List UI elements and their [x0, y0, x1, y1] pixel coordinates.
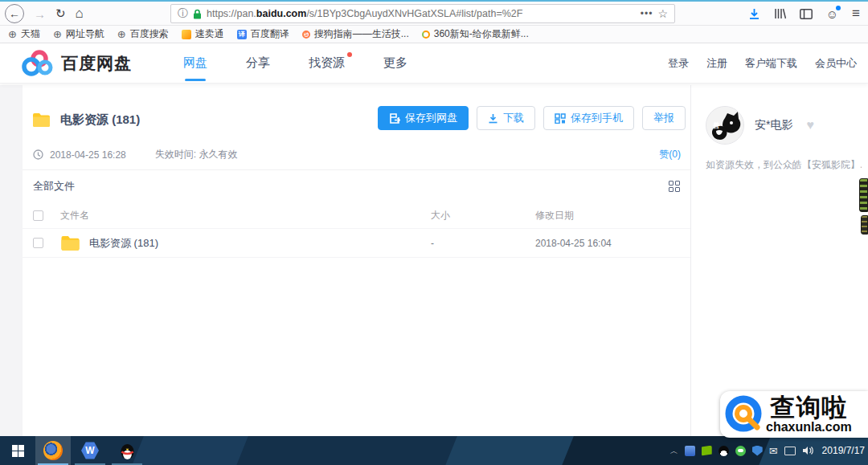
tray-nvidia-icon[interactable] — [702, 446, 712, 456]
share-title-row: 电影资源 (181) — [32, 112, 140, 128]
file-size: - — [431, 238, 535, 249]
page-content: 电影资源 (181) 保存到网盘 — [0, 85, 868, 436]
side-gadget-meter[interactable] — [859, 178, 868, 212]
svg-text:兽: 兽 — [712, 121, 720, 129]
library-icon[interactable] — [774, 8, 786, 19]
share-meta: 2018-04-25 16:28 失效时间: 永久有效 — [33, 148, 237, 161]
tray-shield-icon[interactable] — [752, 446, 763, 456]
url-text[interactable]: https://pan.baidu.com/s/1BYp3CbgAuydXNvH… — [207, 8, 636, 19]
select-all-checkbox[interactable] — [33, 210, 43, 221]
column-size[interactable]: 大小 — [431, 209, 535, 222]
sidebar-toggle-icon[interactable] — [800, 9, 813, 19]
watermark-domain: chaxunla.com — [766, 420, 852, 434]
start-button[interactable] — [0, 436, 35, 465]
translate-icon: 译 — [237, 30, 247, 39]
download-button[interactable]: 下载 — [477, 106, 535, 130]
wps-icon: W — [81, 442, 99, 459]
tray-volume-icon[interactable] — [802, 446, 813, 455]
url-path: /s/1BYp3CbgAuydXNvHGatXSLA#list/path=%2F — [306, 8, 522, 19]
downloads-icon[interactable] — [748, 8, 760, 20]
column-modified[interactable]: 修改日期 — [535, 209, 680, 222]
breadcrumb[interactable]: 全部文件 — [33, 179, 75, 194]
forward-icon[interactable]: → — [34, 7, 46, 21]
share-header: 电影资源 (181) 保存到网盘 — [23, 85, 690, 170]
expire-info: 失效时间: 永久有效 — [155, 148, 238, 161]
taskbar-qq[interactable] — [109, 436, 145, 465]
qq-icon — [118, 441, 137, 461]
pan-logo-icon — [21, 49, 55, 78]
folder-icon — [32, 112, 51, 128]
home-icon[interactable]: ⌂ — [76, 6, 84, 22]
share-card: 电影资源 (181) 保存到网盘 — [23, 85, 691, 436]
report-button[interactable]: 举报 — [642, 106, 686, 130]
baidu-pan-logo[interactable]: 百度网盘 — [21, 49, 132, 78]
bookmark-nav[interactable]: ⊕网址导航 — [53, 27, 104, 41]
tray-driver-icon[interactable] — [685, 446, 695, 456]
menu-icon[interactable]: ≡ — [852, 6, 860, 22]
share-date: 2018-04-25 16:28 — [50, 149, 126, 161]
like-link[interactable]: 赞(0) — [659, 148, 681, 161]
avatar[interactable]: 兽 — [706, 106, 744, 145]
button-label: 保存到手机 — [571, 111, 623, 125]
url-host: baidu.com — [256, 8, 307, 19]
owner-row: 兽 安*电影 ♥ — [706, 106, 862, 145]
bookmark-360[interactable]: 360新知-给你最新鲜... — [422, 27, 529, 41]
vip-center-link[interactable]: 会员中心 — [815, 56, 857, 71]
globe-icon: ⊕ — [8, 29, 17, 39]
url-prefix: https://pan. — [207, 8, 256, 19]
bookmark-sogou[interactable]: S搜狗指南——生活技... — [302, 27, 409, 41]
tray-display-icon[interactable] — [784, 447, 796, 455]
reload-icon[interactable]: ↻ — [55, 6, 66, 21]
nav-tab-more[interactable]: 更多 — [382, 51, 409, 75]
back-icon[interactable]: ← — [5, 4, 24, 23]
save-to-pan-button[interactable]: 保存到网盘 — [378, 106, 469, 130]
taskbar-wps[interactable]: W — [72, 436, 108, 465]
bookmark-label: 网址导航 — [66, 27, 104, 41]
page-info-icon[interactable]: ⓘ — [178, 6, 188, 21]
save-icon — [389, 113, 400, 124]
account-icon[interactable]: ☺ — [826, 7, 838, 21]
bookmark-label: 百度翻译 — [251, 27, 289, 41]
client-download-link[interactable]: 客户端下载 — [745, 56, 797, 71]
nav-tab-share[interactable]: 分享 — [244, 51, 272, 75]
grid-view-icon[interactable] — [669, 181, 680, 192]
new-badge-dot — [347, 52, 352, 57]
taskbar-decor — [440, 436, 580, 465]
bookmark-tmall[interactable]: ⊕天猫 — [8, 27, 40, 41]
account-links: 登录 注册 客户端下载 会员中心 — [668, 56, 857, 71]
url-bar[interactable]: ⓘ https://pan.baidu.com/s/1BYp3CbgAuydXN… — [170, 4, 675, 23]
tray-mail-icon[interactable]: ✉ — [769, 446, 778, 456]
row-checkbox[interactable] — [33, 238, 43, 248]
hidden-icons-chevron[interactable]: ︿ — [670, 446, 678, 457]
chaxunla-logo-icon — [724, 394, 764, 434]
save-to-phone-button[interactable]: 保存到手机 — [543, 106, 634, 130]
taskbar-decor — [127, 436, 251, 465]
login-link[interactable]: 登录 — [668, 56, 689, 71]
tray-qq-icon[interactable] — [719, 446, 729, 456]
clock-icon — [33, 149, 43, 160]
bookmark-aliexpress[interactable]: 速卖通 — [182, 27, 224, 41]
share-actions: 保存到网盘 下载 — [378, 106, 686, 130]
file-name-link[interactable]: 电影资源 (181) — [89, 236, 158, 251]
button-label: 举报 — [653, 111, 674, 125]
bookmark-baidu-search[interactable]: ⊕百度搜索 — [117, 27, 169, 41]
site-header: 百度网盘 网盘 分享 找资源 更多 登录 注册 客户端下载 会员中心 — [0, 43, 868, 84]
file-row[interactable]: 电影资源 (181) - 2018-04-25 16:04 — [23, 229, 690, 258]
bookmark-label: 天猫 — [21, 27, 40, 41]
page-actions-icon[interactable]: ••• — [641, 8, 653, 19]
sogou-icon: S — [302, 31, 310, 39]
bookmark-baidu-translate[interactable]: 译百度翻译 — [237, 27, 289, 41]
taskbar-firefox[interactable] — [35, 436, 71, 465]
column-name[interactable]: 文件名 — [60, 209, 431, 222]
bookmark-label: 速卖通 — [195, 27, 224, 41]
tray-date[interactable]: 2019/7/17 — [822, 445, 865, 456]
bookmark-star-icon[interactable]: ☆ — [657, 7, 668, 20]
share-title: 电影资源 (181) — [60, 112, 140, 128]
system-tray: ︿ ✉ 2019/7/17 — [670, 436, 865, 465]
register-link[interactable]: 注册 — [706, 56, 727, 71]
side-gadget-small[interactable] — [861, 215, 868, 235]
button-label: 保存到网盘 — [405, 111, 457, 125]
nav-tab-pan[interactable]: 网盘 — [182, 51, 209, 75]
nav-tab-resources[interactable]: 找资源 — [307, 51, 346, 75]
tray-messenger-icon[interactable] — [735, 446, 746, 456]
